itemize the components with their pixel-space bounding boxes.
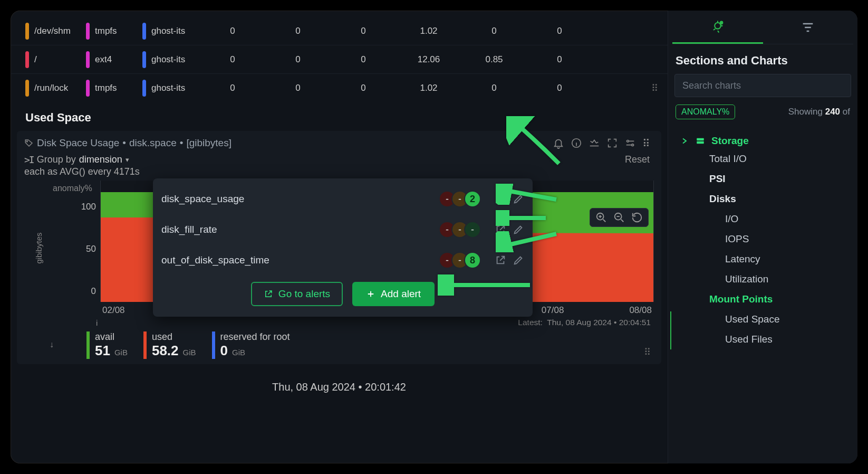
time-bar[interactable]: Thu, 08 Aug 2024 • 20:01:42 <box>11 371 668 393</box>
nav-tree: Storage Total I/O PSI Disks I/O IOPS Lat… <box>672 127 853 349</box>
svg-point-0 <box>26 141 27 142</box>
tree-item[interactable]: IOPS <box>725 229 853 249</box>
fs-cell: tmpfs <box>95 26 142 36</box>
tree-storage[interactable]: Storage <box>680 133 853 149</box>
drag-handle-icon[interactable]: ⠿ <box>644 346 654 359</box>
edit-icon[interactable] <box>513 254 524 266</box>
tree-item[interactable]: Used Files <box>725 329 853 349</box>
chart-legend: ↓ avail 51GiB used 58.2GiB reserved for … <box>24 327 654 359</box>
i-label: i <box>96 318 98 327</box>
go-to-alerts-button[interactable]: Go to alerts <box>251 282 343 306</box>
search-input[interactable]: Search charts <box>674 74 851 97</box>
drag-grid-icon[interactable]: ⠿ <box>642 137 654 149</box>
annotation-arrow <box>496 184 559 207</box>
zoom-out-icon[interactable] <box>613 212 625 223</box>
drag-handle-icon[interactable]: ⠿ <box>651 82 658 94</box>
chart-title: Disk Space Usage <box>37 137 119 149</box>
right-sidebar: Sections and Charts Search charts ANOMAL… <box>668 11 857 463</box>
mount-cell: /dev/shm <box>34 26 86 36</box>
anomaly-chip[interactable]: ANOMALY% <box>676 105 735 119</box>
clear-badge: 2 <box>464 191 481 207</box>
annotation-arrow <box>506 116 564 171</box>
alert-row: disk_fill_rate - - - <box>161 214 524 245</box>
tree-item[interactable]: Total I/O <box>680 149 853 169</box>
legend-item[interactable]: reserved for root 0GiB <box>212 331 290 359</box>
table-row[interactable]: /run/lock tmpfs ghost-its 0 0 0 1.02 0 0… <box>11 74 668 102</box>
chart-unit: [gibibytes] <box>186 137 232 149</box>
svg-point-9 <box>720 22 722 24</box>
annotation-arrow <box>496 210 548 228</box>
latest-timestamp: Latest: Thu, 08 Aug 2024 • 20:04:51 <box>24 316 654 327</box>
alert-row: out_of_disk_space_time - - 8 <box>161 245 524 276</box>
disk-icon <box>696 136 705 146</box>
info-icon[interactable] <box>571 137 582 149</box>
mount-color <box>25 23 29 40</box>
tree-item[interactable]: Used Space <box>725 309 853 329</box>
settings-icon[interactable] <box>624 137 636 149</box>
open-icon[interactable] <box>495 254 506 266</box>
table-row[interactable]: /dev/shm tmpfs ghost-its 0 0 0 1.02 0 0 <box>11 17 668 45</box>
tree-item[interactable]: PSI <box>680 169 853 189</box>
svg-rect-11 <box>697 141 704 144</box>
expand-icon[interactable] <box>606 137 618 149</box>
legend-item[interactable]: avail 51GiB <box>86 331 128 359</box>
host-color <box>142 23 146 40</box>
aggregation-label[interactable]: each as AVG() every 4171s <box>24 166 140 177</box>
svg-point-2 <box>627 140 629 143</box>
chart-id: disk.space <box>129 137 177 149</box>
svg-point-3 <box>632 144 634 146</box>
section-title: Used Space <box>11 102 668 131</box>
host-cell: ghost-its <box>151 26 200 36</box>
fs-color <box>86 23 90 40</box>
legend-item[interactable]: used 58.2GiB <box>143 331 196 359</box>
sort-arrow-icon[interactable]: ↓ <box>50 340 54 349</box>
annotation-arrow <box>438 274 533 298</box>
zoom-in-icon[interactable] <box>595 212 607 223</box>
tab-filters[interactable] <box>763 11 854 44</box>
tag-icon <box>24 138 34 148</box>
tree-item[interactable]: I/O <box>725 209 853 229</box>
expand-indicator[interactable]: >I <box>24 154 34 165</box>
y-axis-label: gibibytes <box>34 232 43 263</box>
svg-point-8 <box>715 23 721 29</box>
tab-sections[interactable] <box>672 11 763 44</box>
reset-zoom-icon[interactable] <box>631 212 643 223</box>
showing-count: Showing 240 of <box>788 107 850 117</box>
groupby-select[interactable]: dimension <box>79 154 122 165</box>
correlate-icon[interactable] <box>589 137 600 149</box>
reset-button[interactable]: Reset <box>625 154 654 165</box>
alert-row: disk_space_usage - - 2 <box>161 184 524 214</box>
table-row[interactable]: / ext4 ghost-its 0 0 0 12.06 0.85 0 <box>11 45 668 74</box>
mounts-table: /dev/shm tmpfs ghost-its 0 0 0 1.02 0 0 … <box>11 11 668 102</box>
tree-item[interactable]: Latency <box>725 249 853 269</box>
anomaly-label: anomaly% <box>53 184 92 193</box>
sidebar-title: Sections and Charts <box>672 44 853 74</box>
svg-rect-10 <box>697 138 704 141</box>
chevron-down-icon: ▾ <box>126 156 129 164</box>
tree-item[interactable]: Disks <box>680 189 853 209</box>
tree-mount-points[interactable]: Mount Points <box>680 289 853 309</box>
zoom-controls <box>590 208 649 227</box>
add-alert-button[interactable]: Add alert <box>352 282 435 306</box>
tree-item[interactable]: Utilization <box>725 269 853 289</box>
annotation-arrow <box>496 231 559 254</box>
